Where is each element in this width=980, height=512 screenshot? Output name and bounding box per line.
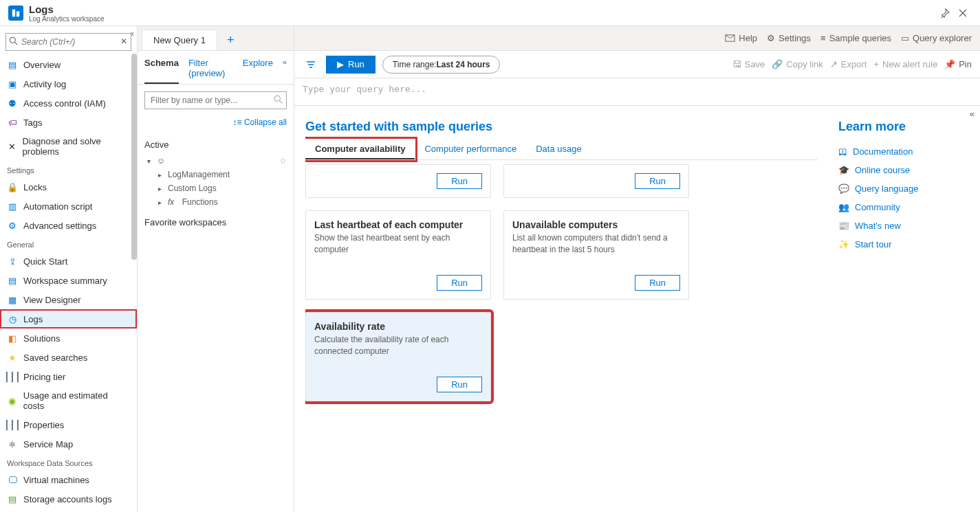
schema-tree-item[interactable]: ▸fx Functions xyxy=(147,195,287,209)
query-tab[interactable]: New Query 1 xyxy=(142,30,217,50)
sidebar-item-saved-searches[interactable]: ★Saved searches xyxy=(0,348,137,367)
card-title: Availability rate xyxy=(314,321,482,332)
sidebar-item-access-control[interactable]: ⚉Access control (IAM) xyxy=(0,93,137,113)
sample-run-button[interactable]: Run xyxy=(437,377,482,392)
sidebar-item-virtual-machines[interactable]: 🖵Virtual machines xyxy=(0,470,137,489)
schema-filter-input[interactable] xyxy=(144,91,287,109)
logs-icon: ◷ xyxy=(7,313,18,324)
clear-icon[interactable]: ✕ xyxy=(120,36,127,46)
sample-run-button[interactable]: Run xyxy=(437,173,482,189)
svg-rect-1 xyxy=(17,11,19,16)
learn-link-query-language[interactable]: 💬Query language xyxy=(838,179,969,198)
add-tab-button[interactable]: + xyxy=(220,30,241,50)
sidebar-item-locks[interactable]: 🔒Locks xyxy=(0,177,137,197)
sidebar: « ✕ ▤Overview ▣Activity log ⚉Access cont… xyxy=(0,26,138,512)
sample-tab-data-usage[interactable]: Data usage xyxy=(526,140,591,159)
content-area: ▶Run Time range: Last 24 hours 🖫Save 🔗Co… xyxy=(294,51,980,512)
svg-point-4 xyxy=(274,96,280,101)
pin-icon[interactable] xyxy=(936,4,954,22)
sidebar-item-overview[interactable]: ▤Overview xyxy=(0,55,137,74)
sample-run-button[interactable]: Run xyxy=(635,275,680,291)
samples-area: « Get started with sample queries Comput… xyxy=(294,106,980,512)
sidebar-item-properties[interactable]: ┃┃┃Properties xyxy=(0,415,137,434)
collapse-all-button[interactable]: ↕≡ Collapse all xyxy=(138,116,294,133)
settings-button[interactable]: ⚙Settings xyxy=(767,33,811,43)
sample-tab-computer-availability[interactable]: Computer availability xyxy=(305,140,415,159)
schema-filter-box xyxy=(144,91,287,109)
access-control-icon: ⚉ xyxy=(7,98,18,109)
sidebar-item-logs[interactable]: ◷Logs xyxy=(0,309,137,329)
sidebar-item-storage-accounts[interactable]: ▤Storage accounts logs xyxy=(0,489,137,509)
new-alert-button[interactable]: +New alert rule xyxy=(873,59,937,69)
help-button[interactable]: Help xyxy=(725,33,757,43)
sample-run-button[interactable]: Run xyxy=(437,275,482,291)
schema-tree-item[interactable]: ▸Custom Logs xyxy=(147,181,287,195)
plus-icon: + xyxy=(873,59,879,69)
filter-toggle-button[interactable] xyxy=(303,56,319,73)
close-icon[interactable] xyxy=(954,4,972,22)
page-header: Logs Log Analytics workspace xyxy=(0,0,980,26)
sample-run-button[interactable]: Run xyxy=(635,173,680,189)
explore-tab[interactable]: Explore xyxy=(243,58,273,84)
tags-icon: 🏷 xyxy=(7,117,18,128)
list-icon: ≡ xyxy=(820,33,826,43)
sample-tabs: Computer availability Computer performan… xyxy=(305,140,818,160)
sidebar-item-automation-script[interactable]: ▥Automation script xyxy=(0,197,137,216)
explorer-icon: ▭ xyxy=(901,33,909,43)
logs-product-icon xyxy=(8,5,23,21)
sidebar-item-usage[interactable]: ◉Usage and estimated costs xyxy=(0,386,137,415)
schema-active-label: Active xyxy=(144,140,287,150)
pin-button[interactable]: 📌Pin xyxy=(944,59,972,69)
sample-cards-grid: Run Run Last heartbeat of each computer … xyxy=(305,164,818,401)
copy-link-button[interactable]: 🔗Copy link xyxy=(772,59,823,69)
export-button[interactable]: ↗Export xyxy=(830,59,867,69)
card-title: Unavailable computers xyxy=(512,219,680,230)
schema-workspace-row[interactable]: ▾☺☆ xyxy=(147,154,287,168)
learn-link-community[interactable]: 👥Community xyxy=(838,198,969,216)
sample-card-availability-rate: Availability rate Calculate the availabi… xyxy=(305,312,491,401)
sample-queries-button[interactable]: ≡Sample queries xyxy=(820,33,891,43)
action-bar: ▶Run Time range: Last 24 hours 🖫Save 🔗Co… xyxy=(294,51,980,78)
sidebar-item-view-designer[interactable]: ▦View Designer xyxy=(0,290,137,309)
schema-tree-item[interactable]: ▸LogManagement xyxy=(147,168,287,181)
sidebar-item-diagnose[interactable]: ✕Diagnose and solve problems xyxy=(0,132,137,161)
sidebar-item-solutions[interactable]: ◧Solutions xyxy=(0,329,137,348)
sidebar-item-activity-log[interactable]: ▣Activity log xyxy=(0,74,137,93)
run-button[interactable]: ▶Run xyxy=(326,56,375,74)
filter-tab[interactable]: Filter (preview) xyxy=(188,58,233,84)
sidebar-item-workspace-summary[interactable]: ▤Workspace summary xyxy=(0,271,137,290)
sidebar-item-quick-start[interactable]: ⇪Quick Start xyxy=(0,252,137,271)
favorite-star-icon[interactable]: ☆ xyxy=(279,156,287,166)
learn-link-whats-new[interactable]: 📰What's new xyxy=(838,216,969,235)
card-title: Last heartbeat of each computer xyxy=(314,219,482,230)
page-title: Logs xyxy=(29,3,105,15)
link-icon: 🔗 xyxy=(772,59,783,69)
learn-link-documentation[interactable]: 🕮Documentation xyxy=(838,142,969,161)
sidebar-item-tags[interactable]: 🏷Tags xyxy=(0,113,137,132)
query-explorer-button[interactable]: ▭Query explorer xyxy=(901,33,972,43)
vm-icon: 🖵 xyxy=(7,474,18,485)
sidebar-item-advanced-settings[interactable]: ⚙Advanced settings xyxy=(0,216,137,235)
diagnose-icon: ✕ xyxy=(7,141,17,152)
activity-log-icon: ▣ xyxy=(7,78,18,89)
learn-link-start-tour[interactable]: ✨Start tour xyxy=(838,235,969,254)
query-editor[interactable]: Type your query here... xyxy=(294,78,980,106)
sample-tab-computer-performance[interactable]: Computer performance xyxy=(415,140,526,159)
sidebar-search-input[interactable] xyxy=(6,33,131,51)
sidebar-scrollbar[interactable] xyxy=(131,54,137,260)
nav-list: ▤Overview ▣Activity log ⚉Access control … xyxy=(0,55,137,509)
summary-icon: ▤ xyxy=(7,275,18,286)
play-icon: ▶ xyxy=(337,59,344,69)
schema-collapse-button[interactable]: « xyxy=(283,58,287,84)
schema-tab[interactable]: Schema xyxy=(144,58,179,84)
time-range-selector[interactable]: Time range: Last 24 hours xyxy=(382,56,501,74)
schema-tabs: Schema Filter (preview) Explore « xyxy=(138,51,294,85)
sidebar-item-pricing-tier[interactable]: ┃┃┃Pricing tier xyxy=(0,367,137,386)
sidebar-item-service-map[interactable]: ⚛Service Map xyxy=(0,434,137,454)
settings-section-header: Settings xyxy=(0,161,137,177)
svg-rect-0 xyxy=(12,9,15,16)
save-button[interactable]: 🖫Save xyxy=(732,59,765,69)
scroll-up-icon[interactable]: « xyxy=(970,109,974,119)
learn-link-online-course[interactable]: 🎓Online course xyxy=(838,161,969,179)
datasources-section-header: Workspace Data Sources xyxy=(0,454,137,470)
